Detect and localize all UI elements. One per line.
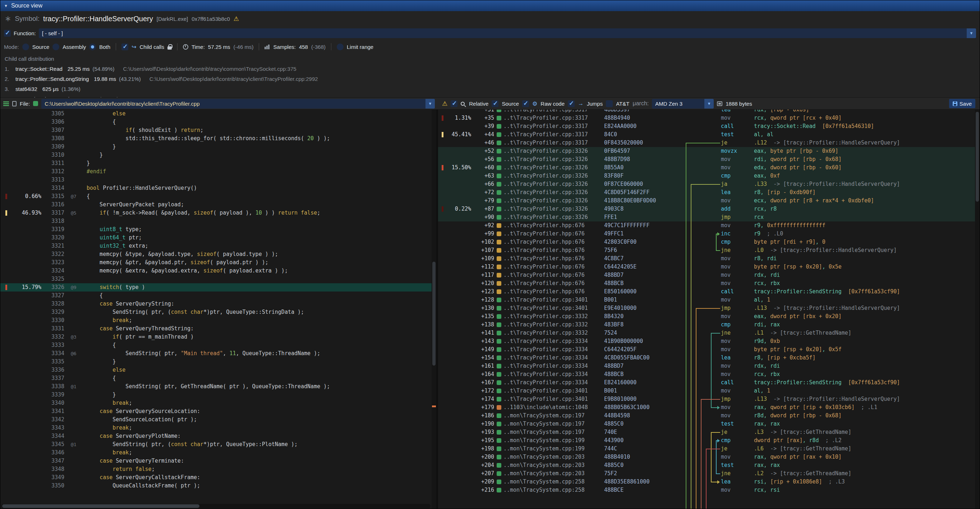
asm-row[interactable]: +190..mon\TracySystem.cpp:1974885C0testr… — [438, 420, 975, 428]
asm-source-location[interactable]: ..mon\TracySystem.cpp:197 — [503, 420, 604, 428]
chevron-down-icon[interactable]: ▼ — [967, 29, 976, 38]
source-vertical-scrollbar[interactable] — [431, 110, 436, 509]
source-line-row[interactable]: 3348 return false; — [0, 465, 431, 473]
source-line-row[interactable]: 3333 { — [0, 341, 431, 349]
child-call-name[interactable]: stat64i32 — [16, 86, 37, 92]
asm-row[interactable]: +79..t\TracyProfiler.cpp:3326418B8C80E0B… — [438, 197, 975, 205]
asm-row[interactable]: 45.41%+44..t\TracyProfiler.cpp:331784C0t… — [438, 130, 975, 139]
asm-row[interactable]: +216..mon\TracySystem.cpp:258488BCEmovrc… — [438, 486, 975, 494]
asm-row[interactable]: +107..t\TracyProfiler.hpp:67675F6jne.L0 … — [438, 246, 975, 254]
source-line-row[interactable]: 3339 } — [0, 391, 431, 399]
asm-row[interactable]: +99..t\TracyProfiler.hpp:67649FFC1incr9 … — [438, 230, 975, 238]
asm-source-location[interactable]: ..t\TracyProfiler.cpp:3332 — [503, 312, 604, 321]
asm-row[interactable]: +72..t\TracyProfiler.cpp:33264C8D05F146F… — [438, 188, 975, 197]
source-line-row[interactable]: 3346 break; — [0, 449, 431, 457]
source-line-row[interactable]: 3325 — [0, 275, 431, 283]
source-line-row[interactable]: 3330 break; — [0, 317, 431, 324]
asm-source-location[interactable]: ..mon\TracySystem.cpp:203 — [503, 453, 604, 461]
asm-row[interactable]: +195..mon\TracySystem.cpp:199443900cmpdw… — [438, 436, 975, 445]
raw-code-checkbox[interactable] — [522, 100, 529, 107]
source-line-row[interactable]: 3308 std::this_thread::sleep_for( std::c… — [0, 134, 431, 143]
att-checkbox[interactable] — [606, 100, 613, 107]
asm-row[interactable]: +135..t\TracyProfiler.cpp:33328B4320move… — [438, 312, 975, 321]
jumps-checkbox[interactable] — [568, 100, 574, 107]
source-line-row[interactable]: 3322 memcpy( &type, &payload.type, sizeo… — [0, 250, 431, 258]
source-line-row[interactable]: 3350 QueueCallstackFrame( ptr ); — [0, 482, 431, 490]
source-line-row[interactable]: 3347 case ServerQueryTerminate: — [0, 457, 431, 465]
asm-row[interactable]: +167..t\TracyProfiler.cpp:3334E824160000… — [438, 379, 975, 387]
asm-row[interactable]: +164..t\TracyProfiler.cpp:3334488BCBmovr… — [438, 370, 975, 379]
asm-source-location[interactable]: ..t\TracyProfiler.cpp:3401 — [503, 304, 604, 312]
asm-row[interactable]: +172..t\TracyProfiler.cpp:3401B001moval,… — [438, 387, 975, 395]
source-line-row[interactable]: 15.79%3326@9 switch( type ) — [0, 283, 431, 291]
asm-source-location[interactable]: ..t\TracyProfiler.cpp:3401 — [503, 395, 604, 403]
asm-row[interactable]: +63..t\TracyProfiler.cpp:332683F80Fcmpea… — [438, 172, 975, 180]
scrollbar-handle[interactable] — [976, 112, 979, 202]
file-combo[interactable]: C:\Users\wolf\Desktop\darkrl\contrib\tra… — [41, 99, 435, 108]
function-combo[interactable]: [ - self - ] ▼ — [39, 29, 976, 38]
source-line-row[interactable]: 3331 case ServerQueryThreadString: — [0, 324, 431, 333]
save-button[interactable]: Save — [949, 99, 975, 108]
asm-source-location[interactable]: ..t\TracyProfiler.cpp:3334 — [503, 354, 604, 362]
asm-source-location[interactable]: ..t\TracyProfiler.cpp:3326 — [503, 155, 604, 164]
source-line-row[interactable]: 3311} — [0, 159, 431, 167]
source-line-row[interactable]: 3323 memcpy( &ptr, &payload.ptr, sizeof(… — [0, 258, 431, 267]
child-call-name[interactable]: tracy::Profiler::SendLongString — [16, 76, 89, 82]
asm-source-location[interactable]: ..t\TracyProfiler.cpp:3317 — [503, 110, 604, 114]
asm-source-location[interactable]: ..t\TracyProfiler.cpp:3334 — [503, 362, 604, 370]
asm-source-location[interactable]: ..t\TracyProfiler.hpp:676 — [503, 263, 604, 271]
list-icon[interactable] — [3, 101, 9, 106]
child-call-item[interactable]: 1.tracy::Socket::Read25.25 ms(54.89%)C:\… — [5, 64, 980, 74]
asm-row[interactable]: +209..mon\TracySystem.cpp:258488D35E8861… — [438, 478, 975, 486]
source-line-row[interactable]: 46.93%3317@5 if( !m_sock->Read( &payload… — [0, 209, 431, 217]
asm-row[interactable]: +138..t\TracyProfiler.cpp:3332483BF8cmpr… — [438, 321, 975, 329]
child-call-name[interactable]: KeSynchronizeExecution — [16, 96, 75, 98]
source-line-row[interactable]: 3318 — [0, 217, 431, 225]
asm-source-location[interactable]: ..t\TracyProfiler.cpp:3317 — [503, 122, 604, 130]
source-line-row[interactable]: 3312#endif — [0, 167, 431, 176]
asm-row[interactable]: +66..t\TracyProfiler.cpp:33260F87CE06000… — [438, 180, 975, 188]
assembly-vertical-scrollbar[interactable] — [975, 110, 980, 509]
source-line-row[interactable]: 3321 uint32_t extra; — [0, 242, 431, 250]
child-call-item[interactable]: 2.tracy::Profiler::SendLongString19.88 m… — [5, 74, 980, 84]
asm-row[interactable]: +130..t\TracyProfiler.cpp:3401E9E4010000… — [438, 304, 975, 312]
source-line-row[interactable]: 3345@1 SendString( ptr, (const char*)ptr… — [0, 441, 431, 449]
source-line-row[interactable]: 3316 ServerQueryPacket payload; — [0, 200, 431, 209]
source-line-row[interactable]: 3314bool Profiler::HandleServerQuery() — [0, 184, 431, 192]
collapse-arrow-icon[interactable]: ▼ — [4, 3, 8, 8]
asm-source-location[interactable]: ..mon\TracySystem.cpp:197 — [503, 412, 604, 420]
asm-source-location[interactable]: ..t\TracyProfiler.hpp:676 — [503, 279, 604, 288]
asm-source-location[interactable]: ..t\TracyProfiler.cpp:3326 — [503, 205, 604, 213]
child-call-item[interactable]: 4.KeSynchronizeExecution125 μs(0.27%) — [5, 94, 980, 97]
asm-row[interactable]: +109..t\TracyProfiler.hpp:6764C8BC7movr8… — [438, 254, 975, 263]
source-line-row[interactable]: 3327 { — [0, 291, 431, 300]
chevron-down-icon[interactable]: ▼ — [704, 99, 714, 108]
asm-source-location[interactable]: ..t\TracyProfiler.hpp:676 — [503, 288, 604, 296]
asm-row[interactable]: +123..t\TracyProfiler.hpp:676E850160000c… — [438, 288, 975, 296]
asm-row[interactable]: +128..t\TracyProfiler.cpp:3401B001moval,… — [438, 296, 975, 304]
asm-row[interactable]: +186..mon\TracySystem.cpp:197448B4598mov… — [438, 412, 975, 420]
source-line-row[interactable]: 3341 case ServerQuerySourceLocation: — [0, 407, 431, 415]
mode-radio-both[interactable] — [89, 43, 96, 50]
asm-source-location[interactable]: ..mon\TracySystem.cpp:258 — [503, 486, 604, 494]
relative-checkbox[interactable] — [451, 100, 458, 107]
source-line-row[interactable]: 0.66%3315@7{ — [0, 192, 431, 200]
chevron-down-icon[interactable]: ▼ — [425, 99, 435, 108]
asm-source-location[interactable]: ..t\TracyProfiler.cpp:3326 — [503, 180, 604, 188]
source-line-row[interactable]: 3313 — [0, 176, 431, 184]
source-line-row[interactable]: 3305 else — [0, 110, 431, 118]
child-call-name[interactable]: tracy::Socket::Read — [16, 66, 62, 72]
asm-source-location[interactable]: ..t\TracyProfiler.cpp:3326 — [503, 213, 604, 221]
source-line-row[interactable]: 3342 SendSourceLocation( ptr ); — [0, 415, 431, 424]
asm-row[interactable]: +141..t\TracyProfiler.cpp:33327524jne.L1… — [438, 329, 975, 337]
source-line-row[interactable]: 3336 else — [0, 366, 431, 374]
source-line-row[interactable]: 3328 case ServerQueryString: — [0, 300, 431, 308]
scrollbar-handle[interactable] — [432, 262, 436, 366]
source-line-row[interactable]: 3338@1 SendString( ptr, GetThreadName( p… — [0, 382, 431, 391]
asm-row[interactable]: +112..t\TracyProfiler.hpp:676C64424205Em… — [438, 263, 975, 271]
source-line-row[interactable]: 3334@6 SendString( ptr, "Main thread", 1… — [0, 349, 431, 358]
asm-row[interactable]: +52..t\TracyProfiler.cpp:33260FB64597mov… — [438, 147, 975, 155]
asm-row[interactable]: +92..t\TracyProfiler.hpp:67649C7C1FFFFFF… — [438, 221, 975, 230]
limit-range-checkbox[interactable] — [337, 43, 344, 50]
asm-source-location[interactable]: ..t\TracyProfiler.cpp:3326 — [503, 188, 604, 197]
